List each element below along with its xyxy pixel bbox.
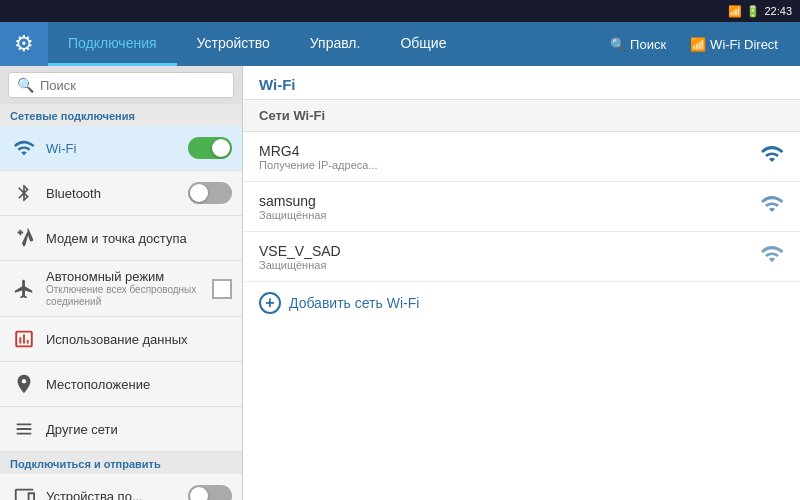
add-icon: + [259,292,281,314]
sidebar-item-location[interactable]: Местоположение [0,362,242,407]
search-icon: 🔍 [17,77,34,93]
sidebar: 🔍 Сетевые подключения Wi-Fi I [0,66,243,500]
airplane-icon [10,275,38,303]
wifi-direct-icon: 📶 [690,37,706,52]
search-button[interactable]: 🔍 Поиск [600,33,676,56]
network-name-mrg4: MRG4 [259,143,760,159]
search-icon: 🔍 [610,37,626,52]
wifi-signal-icon-samsung [760,192,784,221]
sidebar-item-bluetooth[interactable]: Bluetooth [0,171,242,216]
section-header-connect: Подключиться и отправить [0,452,242,474]
sidebar-item-othernets[interactable]: Другие сети [0,407,242,452]
modem-label: Модем и точка доступа [46,231,187,246]
network-status-vsev: Защищённая [259,259,760,271]
tab-device[interactable]: Устройство [177,22,290,66]
othernets-label: Другие сети [46,422,118,437]
modem-icon [10,224,38,252]
bluetooth-label: Bluetooth [46,186,101,201]
chart-icon [10,325,38,353]
sidebar-item-modem[interactable]: Модем и точка доступа [0,216,242,261]
wifi-signal-icon-mrg4 [760,142,784,171]
devices-toggle[interactable] [188,485,232,500]
network-name-samsung: samsung [259,193,760,209]
location-label: Местоположение [46,377,150,392]
airplane-label: Автономный режим [46,269,212,284]
wifi-icon [10,134,38,162]
tab-connections[interactable]: Подключения [48,22,177,66]
wifi-networks-header: Сети Wi-Fi [243,100,800,132]
network-status-mrg4: Получение IP-адреса... [259,159,760,171]
wifi-signal-icon-vsev [760,242,784,271]
wifi-toggle[interactable]: I [188,137,232,159]
devices-icon [10,482,38,500]
wifi-panel-title: Wi-Fi [243,66,800,100]
devices-label: Устройства по... [46,489,143,501]
network-name-vsev: VSE_V_SAD [259,243,760,259]
add-network-label: Добавить сеть Wi-Fi [289,295,419,311]
grid-icon [10,415,38,443]
airplane-checkbox[interactable] [212,279,232,299]
status-bar: 📶 🔋 22:43 [0,0,800,22]
gear-icon: ⚙ [14,31,34,57]
tab-control[interactable]: Управл. [290,22,381,66]
airplane-sublabel: Отключение всех беспроводных соединений [46,284,212,308]
search-box: 🔍 [0,66,242,104]
search-input[interactable] [40,78,225,93]
network-item-mrg4[interactable]: MRG4 Получение IP-адреса... [243,132,800,182]
location-icon [10,370,38,398]
sidebar-item-devices[interactable]: Устройства по... [0,474,242,500]
add-network-button[interactable]: + Добавить сеть Wi-Fi [243,282,800,324]
wifi-panel: Wi-Fi Сети Wi-Fi MRG4 Получение IP-адрес… [243,66,800,500]
bluetooth-toggle[interactable] [188,182,232,204]
battery-icon: 🔋 [746,5,760,18]
signal-icon: 📶 [728,5,742,18]
sidebar-item-wifi[interactable]: Wi-Fi I [0,126,242,171]
network-status-samsung: Защищённая [259,209,760,221]
network-item-samsung[interactable]: samsung Защищённая [243,182,800,232]
settings-icon-btn[interactable]: ⚙ [0,22,48,66]
top-nav: ⚙ Подключения Устройство Управл. Общие 🔍… [0,22,800,66]
network-item-vsev[interactable]: VSE_V_SAD Защищённая [243,232,800,282]
wifi-direct-button[interactable]: 📶 Wi-Fi Direct [680,33,788,56]
sidebar-item-datausage[interactable]: Использование данных [0,317,242,362]
datausage-label: Использование данных [46,332,188,347]
section-header-network: Сетевые подключения [0,104,242,126]
bluetooth-icon [10,179,38,207]
time-display: 22:43 [764,5,792,17]
tab-general[interactable]: Общие [380,22,466,66]
sidebar-item-airplane[interactable]: Автономный режим Отключение всех беспров… [0,261,242,317]
wifi-label: Wi-Fi [46,141,76,156]
